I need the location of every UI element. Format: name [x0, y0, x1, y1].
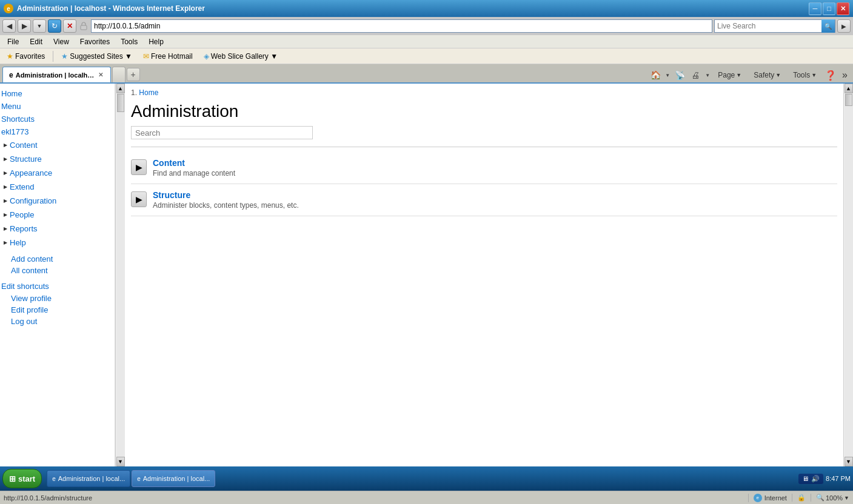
scrollbar-down-button[interactable]: ▼	[116, 457, 125, 466]
nav-structure-group: Structure	[0, 152, 115, 166]
zone-label: Internet	[764, 494, 787, 502]
nav-help-group: Help	[0, 236, 115, 250]
menu-edit[interactable]: Edit	[25, 36, 47, 47]
more-button[interactable]: »	[839, 68, 851, 82]
nav-edit-shortcuts-link[interactable]: Edit shortcuts	[0, 280, 115, 293]
new-tab-button[interactable]: +	[127, 68, 140, 81]
nav-structure-label: Structure	[10, 154, 42, 164]
nav-configuration-item[interactable]: Configuration	[0, 195, 115, 207]
address-input[interactable]	[91, 19, 712, 33]
refresh-button[interactable]: ↻	[48, 19, 61, 33]
section-structure-toggle[interactable]: ▶	[131, 191, 147, 207]
menu-file[interactable]: File	[2, 36, 24, 47]
time-display: 8:47 PM	[826, 475, 851, 482]
nav-people-label: People	[10, 210, 34, 219]
menu-bar: File Edit View Favorites Tools Help	[0, 35, 853, 48]
nav-log-out-link[interactable]: Log out	[0, 316, 115, 327]
nav-content-item[interactable]: Content	[0, 139, 115, 151]
safety-dropdown-button[interactable]: Safety ▼	[748, 68, 786, 82]
scrollbar-track	[116, 93, 125, 457]
favorites-button[interactable]: ★ Favorites	[2, 50, 49, 62]
left-scrollbar[interactable]: ▲ ▼	[115, 84, 125, 466]
taskbar-item-2[interactable]: e Administration | local...	[132, 470, 215, 487]
dropdown-button[interactable]: ▼	[33, 19, 46, 33]
main-scrollbar[interactable]: ▲ ▼	[843, 84, 853, 466]
help-toolbar-button[interactable]: ❓	[823, 68, 838, 82]
tab-administration[interactable]: e Administration | localhost ✕	[2, 67, 111, 82]
menu-tools[interactable]: Tools	[116, 36, 142, 47]
nav-home-link[interactable]: Home	[0, 87, 115, 100]
search-go-button[interactable]: ▶	[837, 19, 851, 33]
forward-button[interactable]: ▶	[18, 19, 31, 33]
menu-view[interactable]: View	[49, 36, 74, 47]
section-content-desc: Find and manage content	[153, 169, 235, 177]
nav-view-profile-link[interactable]: View profile	[0, 293, 115, 304]
nav-shortcuts-link[interactable]: Shortcuts	[0, 113, 115, 125]
minimize-button[interactable]: ─	[809, 2, 821, 15]
home-dropdown-button[interactable]: ▼	[664, 68, 671, 82]
section-content-title[interactable]: Content	[153, 158, 235, 168]
nav-extend-label: Extend	[10, 182, 34, 191]
hotmail-label: Free Hotmail	[151, 52, 193, 61]
back-button[interactable]: ◀	[2, 19, 16, 33]
search-input[interactable]	[715, 22, 821, 30]
main-scrollbar-up-button[interactable]: ▲	[845, 84, 853, 93]
taskbar-item-1[interactable]: e Administration | local...	[47, 470, 130, 487]
nav-edit-profile-link[interactable]: Edit profile	[0, 304, 115, 316]
favorites-bar: ★ Favorites ★ Suggested Sites ▼ ✉ Free H…	[0, 48, 853, 64]
page-dropdown-button[interactable]: Page ▼	[712, 68, 747, 82]
tab-blank[interactable]	[112, 67, 125, 82]
nav-menu-link[interactable]: Menu	[0, 100, 115, 113]
main-scrollbar-down-button[interactable]: ▼	[845, 457, 853, 466]
admin-search	[131, 126, 837, 139]
nav-appearance-item[interactable]: Appearance	[0, 167, 115, 179]
print-dropdown-button[interactable]: ▼	[704, 68, 711, 82]
home-toolbar-button[interactable]: 🏠	[648, 68, 663, 82]
feed-button[interactable]: 📡	[672, 68, 687, 82]
section-content-toggle[interactable]: ▶	[131, 159, 147, 175]
print-button[interactable]: 🖨	[688, 68, 703, 82]
section-structure-title[interactable]: Structure	[153, 190, 299, 200]
zoom-dropdown-icon[interactable]: ▼	[844, 495, 849, 501]
search-button[interactable]: 🔍	[821, 19, 835, 33]
taskbar-item-2-label: Administration | local...	[143, 475, 210, 482]
left-nav: Home Menu Shortcuts ekl1773 Content Stru…	[0, 84, 115, 466]
suggested-sites-button[interactable]: ★ Suggested Sites ▼	[57, 50, 136, 62]
nav-all-content-link[interactable]: All content	[0, 265, 115, 276]
nav-content-group: Content	[0, 138, 115, 152]
nav-people-item[interactable]: People	[0, 209, 115, 220]
nav-username-link[interactable]: ekl1773	[0, 125, 115, 138]
taskbar-right: 🖥 🔊 8:47 PM	[798, 474, 851, 484]
status-url: http://10.0.1.5/admin/structure	[4, 494, 743, 502]
admin-search-input[interactable]	[131, 126, 313, 139]
nav-configuration-label: Configuration	[10, 196, 56, 205]
restore-button[interactable]: □	[823, 2, 835, 15]
stop-button[interactable]: ✕	[63, 19, 76, 33]
app-icon: e	[4, 4, 13, 13]
search-box: 🔍	[714, 19, 835, 33]
nav-configuration-group: Configuration	[0, 194, 115, 208]
page-dropdown-arrow: ▼	[736, 72, 741, 78]
scrollbar-thumb[interactable]	[117, 94, 124, 112]
web-slice-gallery-button[interactable]: ◈ Web Slice Gallery ▼	[199, 50, 282, 62]
nav-help-item[interactable]: Help	[0, 237, 115, 248]
zoom-level: 100%	[826, 494, 843, 502]
nav-people-group: People	[0, 208, 115, 222]
tools-dropdown-button[interactable]: Tools ▼	[788, 68, 822, 82]
suggested-icon: ★	[61, 52, 68, 61]
nav-structure-item[interactable]: Structure	[0, 153, 115, 165]
zone-icon: e	[754, 494, 762, 502]
nav-add-content-link[interactable]: Add content	[0, 253, 115, 265]
close-button[interactable]: ✕	[837, 2, 849, 15]
nav-extend-item[interactable]: Extend	[0, 181, 115, 193]
tab-close-button[interactable]: ✕	[97, 71, 104, 79]
free-hotmail-button[interactable]: ✉ Free Hotmail	[139, 50, 197, 62]
menu-favorites[interactable]: Favorites	[75, 36, 115, 47]
start-button[interactable]: ⊞ start	[2, 469, 42, 488]
main-scrollbar-thumb[interactable]	[845, 94, 852, 106]
menu-help[interactable]: Help	[144, 36, 169, 47]
nav-reports-item[interactable]: Reports	[0, 223, 115, 234]
taskbar-item-1-icon: e	[52, 476, 56, 482]
breadcrumb-home-link[interactable]: Home	[139, 88, 158, 97]
scrollbar-up-button[interactable]: ▲	[116, 84, 125, 93]
